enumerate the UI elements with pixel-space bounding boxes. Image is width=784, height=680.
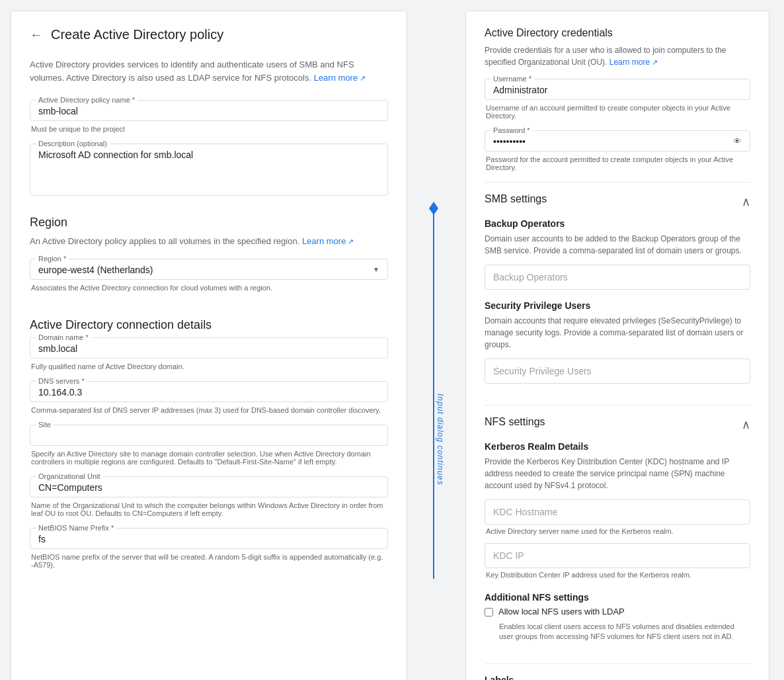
kdc-ip-hint: Key Distribution Center IP address used … (485, 571, 750, 579)
dns-input[interactable] (38, 387, 379, 398)
policy-name-field: Active Directory policy name * (30, 100, 388, 121)
labels-divider (485, 663, 750, 664)
smb-divider (485, 182, 750, 183)
site-input[interactable] (38, 431, 379, 441)
netbios-field: NetBIOS Name Prefix * (30, 528, 388, 549)
netbios-label: NetBIOS Name Prefix * (36, 524, 116, 532)
region-field: Region * europe-west4 (Netherlands) (30, 259, 388, 280)
allow-nfs-row: Allow local NFS users with LDAP (485, 607, 750, 616)
site-field: Site (30, 425, 388, 446)
intro-text: Active Directory provides services to id… (30, 58, 388, 84)
security-privilege-title: Security Privilege Users (485, 300, 750, 311)
region-select[interactable]: europe-west4 (Netherlands) (38, 265, 379, 275)
labels-section: Labels + ADD LABEL (485, 675, 750, 680)
username-input[interactable] (493, 85, 742, 95)
region-label: Region * (36, 255, 69, 263)
smb-settings-title: SMB settings (485, 193, 547, 205)
labels-title: Labels (485, 675, 750, 680)
password-field: Password * 👁 (485, 130, 750, 151)
region-section-title: Region (30, 216, 388, 230)
policy-name-label: Active Directory policy name * (36, 96, 137, 104)
domain-name-input[interactable] (38, 343, 379, 354)
layout-wrapper: ← Create Active Directory policy Active … (0, 0, 784, 680)
org-unit-label: Organizational Unit (36, 472, 103, 480)
left-panel: ← Create Active Directory policy Active … (11, 11, 407, 680)
domain-name-label: Domain name * (36, 333, 91, 341)
smb-collapse-icon[interactable]: ∧ (742, 194, 750, 209)
additional-nfs-title: Additional NFS settings (485, 592, 750, 603)
description-field: Description (optional) Microsoft AD conn… (30, 144, 388, 196)
site-hint: Specify an Active Directory site to mana… (30, 450, 388, 466)
kdc-hostname-hint: Active Directory server name used for th… (485, 527, 750, 535)
allow-nfs-label[interactable]: Allow local NFS users with LDAP (498, 607, 625, 616)
right-panel: Active Directory credentials Provide cre… (465, 11, 769, 680)
back-button[interactable]: ← (30, 27, 43, 42)
region-section-desc: An Active Directory policy applies to al… (30, 235, 388, 248)
page-title: Create Active Directory policy (51, 27, 223, 42)
kdc-ip-input[interactable] (485, 543, 750, 568)
password-label: Password * (490, 126, 533, 134)
continues-arrow-svg: Input dialog continues (420, 195, 447, 592)
allow-nfs-hint: Enables local client users access to NFS… (499, 622, 750, 642)
kdc-hostname-input[interactable] (485, 499, 750, 525)
kerberos-desc: Provide the Kerberos Key Distribution Ce… (485, 456, 750, 491)
center-arrow-area: Input dialog continues (407, 11, 460, 680)
org-unit-hint: Name of the Organizational Unit to which… (30, 501, 388, 517)
smb-settings-header: SMB settings ∧ (485, 193, 750, 210)
password-input[interactable] (493, 136, 742, 147)
netbios-input[interactable] (38, 534, 379, 544)
nfs-settings-title: NFS settings (485, 416, 545, 428)
ad-connection-title: Active Directory connection details (30, 318, 388, 332)
description-label: Description (optional) (36, 140, 110, 148)
domain-name-field: Domain name * (30, 337, 388, 359)
back-header: ← Create Active Directory policy (30, 27, 388, 42)
policy-name-input[interactable] (38, 106, 379, 116)
username-hint: Username of an account permitted to crea… (485, 104, 750, 120)
backup-operators-title: Backup Operators (485, 218, 750, 229)
kerberos-title: Kerberos Realm Details (485, 441, 750, 452)
dns-field: DNS servers * (30, 381, 388, 402)
allow-nfs-checkbox[interactable] (485, 608, 493, 616)
site-label: Site (36, 421, 54, 429)
region-learn-more-link[interactable]: Learn more (302, 236, 354, 246)
domain-name-hint: Fully qualified name of Active Directory… (30, 362, 388, 370)
security-privilege-desc: Domain accounts that require elevated pr… (485, 315, 750, 351)
org-unit-field: Organizational Unit (30, 476, 388, 497)
description-input[interactable]: Microsoft AD connection for smb.local (38, 149, 379, 189)
region-hint: Associates the Active Directory connecti… (30, 284, 388, 292)
policy-name-hint: Must be unique to the project (30, 125, 388, 133)
username-label: Username * (490, 75, 534, 83)
credentials-desc: Provide credentials for a user who is al… (485, 44, 750, 68)
dns-hint: Comma-separated list of DNS server IP ad… (30, 406, 388, 414)
password-hint: Password for the account permitted to cr… (485, 155, 750, 171)
backup-operators-input[interactable] (485, 265, 750, 290)
nfs-collapse-icon[interactable]: ∧ (742, 417, 750, 432)
credentials-title: Active Directory credentials (485, 27, 750, 39)
netbios-hint: NetBIOS name prefix of the server that w… (30, 553, 388, 569)
org-unit-input[interactable] (38, 482, 379, 493)
username-field: Username * (485, 79, 750, 100)
svg-text:Input dialog  continues: Input dialog continues (436, 394, 445, 486)
credentials-learn-more-link[interactable]: Learn more (609, 58, 658, 67)
nfs-settings-header: NFS settings ∧ (485, 416, 750, 433)
backup-operators-desc: Domain user accounts to be added to the … (485, 233, 750, 257)
password-visibility-toggle[interactable]: 👁 (733, 136, 742, 146)
dns-label: DNS servers * (36, 377, 87, 385)
intro-learn-more-link[interactable]: Learn more (314, 73, 366, 83)
nfs-divider (485, 405, 750, 405)
security-privilege-input[interactable] (485, 359, 750, 384)
